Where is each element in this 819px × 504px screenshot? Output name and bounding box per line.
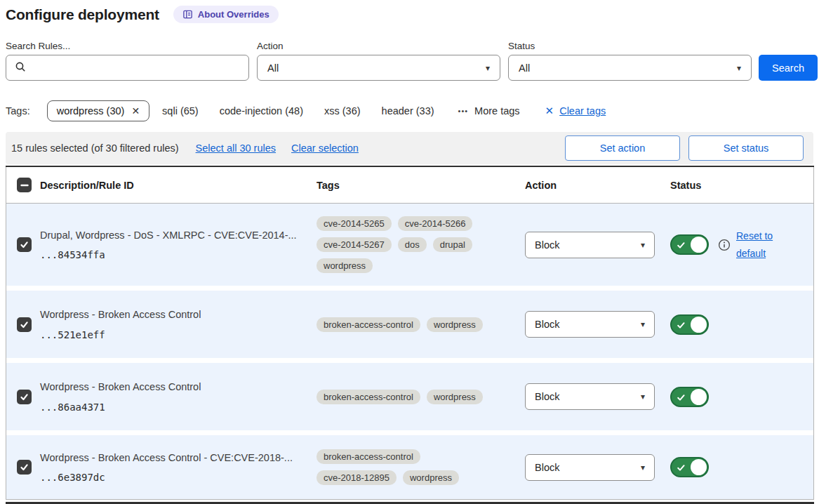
tag-pill: drupal — [433, 237, 472, 252]
tag-option-xss[interactable]: xss (36) — [324, 105, 361, 117]
chevron-down-icon: ▾ — [737, 63, 741, 73]
status-toggle[interactable] — [670, 387, 709, 407]
tags-label: Tags: — [6, 105, 30, 117]
action-select[interactable]: Block ▾ — [525, 454, 655, 481]
status-filter-value: All — [519, 62, 530, 74]
action-filter-value: All — [267, 62, 279, 74]
clear-tags-button[interactable]: ✕ Clear tags — [545, 105, 606, 117]
rule-id: ...84534ffa — [40, 249, 307, 260]
column-tags: Tags — [317, 180, 525, 191]
rule-description: Wordpress - Broken Access Control — [40, 308, 307, 321]
action-value: Block — [535, 239, 559, 251]
action-filter-label: Action — [257, 41, 284, 51]
chevron-down-icon: ▾ — [641, 240, 645, 250]
tag-pill: cve-2018-12895 — [317, 470, 397, 485]
tag-pill: broken-access-control — [317, 449, 420, 464]
chevron-down-icon: ▾ — [641, 392, 645, 402]
selection-summary: 15 rules selected (of 30 filtered rules) — [11, 142, 179, 154]
reset-to-default-link[interactable]: Reset to default — [736, 227, 781, 262]
table-row: Drupal, Wordpress - DoS - XMLRPC - CVE:C… — [6, 204, 813, 286]
search-rules-label: Search Rules... — [6, 41, 70, 51]
status-toggle[interactable] — [670, 314, 709, 335]
rule-id: ...86aa4371 — [40, 402, 307, 413]
search-icon — [15, 61, 27, 75]
table-row: Wordpress - Broken Access Control ...86a… — [6, 363, 813, 430]
selected-tag-wordpress[interactable]: wordpress (30) ✕ — [47, 100, 149, 121]
row-checkbox[interactable] — [17, 237, 32, 252]
column-status: Status — [670, 180, 813, 191]
search-rules-input[interactable] — [33, 57, 248, 79]
page-header: Configure deployment About Overrides — [6, 6, 279, 23]
more-tags-label: More tags — [474, 105, 519, 117]
chevron-down-icon: ▾ — [641, 319, 645, 329]
rule-tags: cve-2014-5265 cve-2014-5266 cve-2014-526… — [317, 216, 500, 273]
toggle-knob — [691, 389, 707, 405]
about-overrides-badge[interactable]: About Overrides — [173, 6, 279, 23]
tag-option-sqli[interactable]: sqli (65) — [162, 105, 199, 117]
table-row: Wordpress - Broken Access Control ...521… — [6, 291, 813, 358]
status-toggle[interactable] — [670, 457, 709, 477]
action-select[interactable]: Block ▾ — [525, 311, 655, 338]
info-icon[interactable] — [718, 239, 731, 251]
rule-description: Wordpress - Broken Access Control - CVE:… — [40, 451, 307, 465]
page-title: Configure deployment — [6, 6, 159, 23]
toggle-knob — [691, 459, 707, 475]
select-all-link[interactable]: Select all 30 rules — [196, 142, 276, 154]
action-value: Block — [535, 319, 559, 330]
rules-table: Description/Rule ID Tags Action Status D… — [6, 166, 814, 500]
tag-pill: cve-2014-5267 — [317, 237, 392, 252]
rule-tags: broken-access-control wordpress — [317, 317, 500, 332]
rule-description: Wordpress - Broken Access Control — [40, 380, 307, 394]
tag-pill: cve-2014-5265 — [317, 216, 392, 231]
row-checkbox[interactable] — [17, 390, 32, 404]
tag-pill: wordpress — [427, 317, 483, 332]
status-filter-select[interactable]: All ▾ — [508, 55, 752, 81]
rule-id: ...6e3897dc — [40, 472, 307, 483]
selection-bar: 15 rules selected (of 30 filtered rules)… — [6, 132, 813, 164]
table-row: Wordpress - Broken Access Control - CVE:… — [6, 435, 813, 499]
search-button[interactable]: Search — [759, 55, 818, 81]
action-value: Block — [535, 391, 559, 402]
tag-pill: broken-access-control — [317, 390, 420, 404]
rule-id: ...521e1eff — [40, 329, 307, 340]
rule-tags: broken-access-control wordpress — [317, 390, 500, 404]
row-checkbox[interactable] — [17, 460, 32, 475]
tag-pill: broken-access-control — [317, 317, 420, 332]
action-select[interactable]: Block ▾ — [525, 383, 655, 410]
tag-option-header[interactable]: header (33) — [382, 105, 434, 117]
close-icon[interactable]: ✕ — [131, 105, 140, 117]
set-status-button[interactable]: Set status — [688, 135, 804, 161]
row-checkbox[interactable] — [17, 317, 32, 332]
toggle-knob — [691, 237, 707, 253]
tag-pill: wordpress — [317, 258, 373, 273]
table-header: Description/Rule ID Tags Action Status — [6, 167, 814, 204]
column-action: Action — [525, 180, 670, 191]
close-icon: ✕ — [545, 105, 554, 117]
chevron-down-icon: ▾ — [641, 463, 645, 472]
chevron-down-icon: ▾ — [486, 63, 490, 73]
selected-tag-label: wordpress (30) — [57, 105, 125, 117]
about-overrides-label: About Overrides — [198, 9, 269, 20]
rule-description: Drupal, Wordpress - DoS - XMLRPC - CVE:C… — [40, 229, 307, 242]
action-select[interactable]: Block ▾ — [525, 232, 655, 258]
tag-pill: wordpress — [403, 470, 459, 485]
select-all-checkbox[interactable] — [17, 178, 32, 192]
rule-tags: broken-access-control cve-2018-12895 wor… — [317, 449, 500, 485]
action-value: Block — [535, 462, 559, 473]
more-tags-button[interactable]: ••• More tags — [458, 105, 520, 117]
status-toggle[interactable] — [670, 234, 709, 255]
table-body: Drupal, Wordpress - DoS - XMLRPC - CVE:C… — [6, 204, 814, 500]
tag-pill: wordpress — [427, 390, 483, 404]
search-rules-box[interactable] — [6, 55, 249, 81]
filter-bar: Search Rules... Action Status All ▾ All … — [0, 41, 819, 83]
book-icon — [182, 9, 193, 20]
tag-option-code-injection[interactable]: code-injection (48) — [220, 105, 303, 117]
action-filter-select[interactable]: All ▾ — [257, 55, 500, 81]
clear-tags-label: Clear tags — [559, 105, 606, 117]
ellipsis-icon: ••• — [458, 107, 469, 115]
set-action-button[interactable]: Set action — [565, 135, 680, 161]
status-filter-label: Status — [508, 41, 535, 51]
clear-selection-link[interactable]: Clear selection — [291, 142, 359, 154]
tags-bar: Tags: wordpress (30) ✕ sqli (65) code-in… — [6, 98, 606, 123]
column-description: Description/Rule ID — [40, 180, 317, 191]
